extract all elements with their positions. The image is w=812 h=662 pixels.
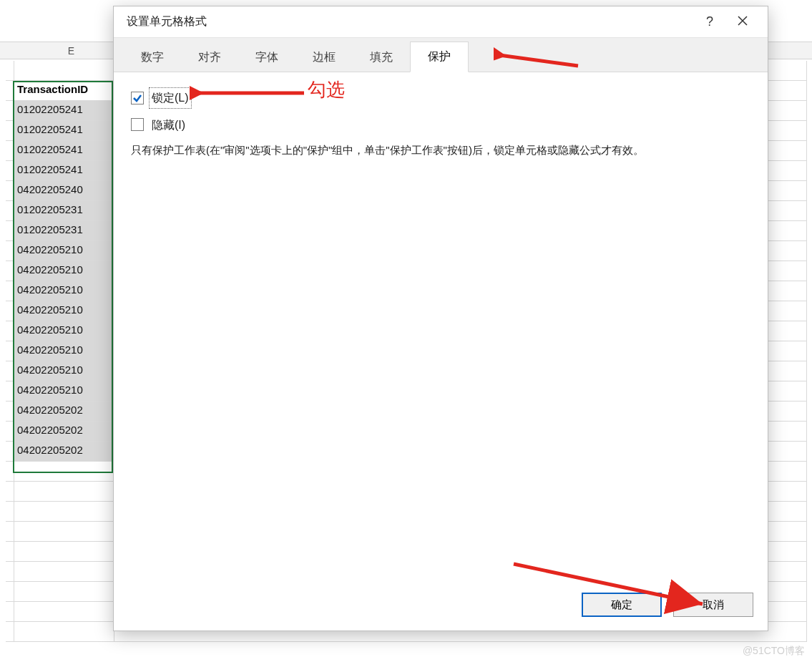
tab-fill[interactable]: 填充 xyxy=(353,43,410,72)
watermark: @51CTO博客 xyxy=(743,645,805,658)
protection-hint: 只有保护工作表(在"审阅"选项卡上的"保护"组中，单击"保护工作表"按钮)后，锁… xyxy=(131,142,750,159)
cell[interactable]: 04202205210 xyxy=(14,261,114,281)
cell[interactable]: 04202205202 xyxy=(14,422,114,442)
locked-label: 锁定(L) xyxy=(150,88,191,108)
tab-strip: 数字 对齐 字体 边框 填充 保护 xyxy=(114,38,768,72)
hidden-row[interactable]: 隐藏(I) xyxy=(131,115,750,135)
cell[interactable]: 04202205202 xyxy=(14,442,114,462)
cell[interactable]: 01202205241 xyxy=(14,121,114,141)
cell[interactable]: 01202205241 xyxy=(14,161,114,181)
cell[interactable] xyxy=(14,61,114,81)
tab-protection[interactable]: 保护 xyxy=(410,42,469,72)
cell[interactable]: 01202205241 xyxy=(14,101,114,121)
cell[interactable]: 04202205210 xyxy=(14,381,114,401)
dialog-title: 设置单元格格式 xyxy=(127,14,693,29)
tab-border[interactable]: 边框 xyxy=(295,43,353,72)
hidden-label: 隐藏(I) xyxy=(150,115,187,135)
cell[interactable]: 04202205240 xyxy=(14,181,114,201)
cell[interactable]: 04202205210 xyxy=(14,241,114,261)
cell[interactable]: 04202205210 xyxy=(14,301,114,321)
help-button[interactable]: ? xyxy=(693,10,726,34)
cell[interactable]: 04202205210 xyxy=(14,361,114,381)
close-button[interactable] xyxy=(726,10,759,34)
cancel-button[interactable]: 取消 xyxy=(673,593,753,617)
locked-checkbox[interactable] xyxy=(131,92,144,104)
format-cells-dialog: 设置单元格格式 ? 数字 对齐 字体 边框 填充 保护 锁定(L) 隐藏(I) … xyxy=(113,6,768,631)
close-icon xyxy=(738,16,748,28)
ok-button[interactable]: 确定 xyxy=(582,593,662,617)
cell[interactable]: 04202205210 xyxy=(14,321,114,341)
cell[interactable]: 01202205231 xyxy=(14,221,114,241)
hidden-checkbox[interactable] xyxy=(131,118,144,131)
cell[interactable]: 01202205231 xyxy=(14,201,114,221)
tab-alignment[interactable]: 对齐 xyxy=(181,43,238,72)
cell[interactable]: 04202205210 xyxy=(14,341,114,361)
dialog-titlebar[interactable]: 设置单元格格式 ? xyxy=(114,6,768,38)
cell[interactable]: 04202205202 xyxy=(14,401,114,422)
locked-row[interactable]: 锁定(L) xyxy=(131,88,750,108)
tab-font[interactable]: 字体 xyxy=(238,43,295,72)
cell[interactable]: 04202205210 xyxy=(14,281,114,301)
dialog-body: 锁定(L) 隐藏(I) 只有保护工作表(在"审阅"选项卡上的"保护"组中，单击"… xyxy=(114,72,768,588)
dialog-footer: 确定 取消 xyxy=(114,588,768,631)
cell[interactable]: 01202205241 xyxy=(14,141,114,161)
annotation-check-label: 勾选 xyxy=(308,77,345,102)
cell-header[interactable]: TransactionID xyxy=(14,81,114,101)
tab-number[interactable]: 数字 xyxy=(124,43,181,72)
